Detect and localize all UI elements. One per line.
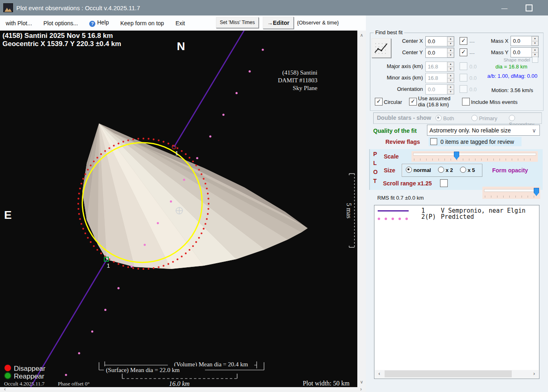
size-radio-group: normal x 2 x 5	[402, 164, 482, 177]
list-scroll-left-icon[interactable]: ‹	[376, 370, 383, 377]
review-flags-checkbox[interactable]	[430, 138, 437, 145]
svg-text:(Surface) Mean dia = 22.0 km: (Surface) Mean dia = 22.0 km	[106, 367, 180, 374]
list-scroll-thumb[interactable]	[385, 370, 512, 377]
menu-help[interactable]: ?Help	[89, 19, 109, 27]
object-name: (4158) Santini	[282, 69, 317, 76]
chevron-down-icon: ∨	[532, 127, 536, 134]
plot-horizontal-scrollbar[interactable]: ‹ ›	[0, 387, 366, 392]
reappear-label: Reappear	[14, 372, 44, 380]
find-best-fit-button[interactable]	[372, 38, 391, 58]
scroll-left-icon[interactable]: ‹	[1, 387, 9, 392]
mass-x-label: Mass X	[484, 38, 508, 44]
double-stars-group: Double stars - show Both Primary Seconda…	[373, 112, 542, 124]
plot-canvas: 1 1 (4158) Santini 2025 Nov 5 16.8 km Ge…	[0, 31, 357, 387]
center-y-field[interactable]: 0.0▲▼	[425, 48, 454, 58]
orientation-aux: 0.0	[469, 86, 477, 92]
plot-title-line2: Geocentric X 1539.7 Y 220.3 ±0.4 km	[2, 40, 121, 48]
mass-x-field[interactable]: 0.0▲▼	[511, 36, 539, 46]
title-bar: Plot event observations : Occult v.4.202…	[0, 0, 548, 15]
object-damit: DAMIT #11803	[278, 77, 317, 84]
mas-scale-label: 5 mas	[346, 203, 352, 218]
review-flags-text: 0 items are tagged for review	[440, 139, 514, 145]
center-x-spinner[interactable]: ▲▼	[447, 37, 454, 46]
km-scale-bar	[122, 374, 237, 379]
center-y-label: Center Y	[397, 49, 423, 55]
disappear-legend-icon	[4, 365, 11, 371]
plot-width-label: Plot width: 50 km	[303, 380, 350, 387]
asteroid-shape-model	[82, 123, 308, 269]
minimize-icon[interactable]: —	[496, 0, 513, 15]
review-flags-strip: 0 items are tagged for review	[429, 137, 522, 146]
include-miss-checkbox[interactable]	[462, 98, 470, 106]
minor-axis-field[interactable]: 16.8▲▼	[425, 73, 454, 83]
use-assumed-label1: Use assumed	[418, 95, 450, 101]
set-miss-times-button[interactable]: Set 'Miss' Times	[216, 17, 259, 28]
minor-axis-spinner[interactable]: ▲▼	[447, 73, 454, 83]
disappear-label: Disappear	[14, 365, 46, 372]
maximize-icon[interactable]	[521, 0, 537, 15]
menu-exit[interactable]: Exit	[176, 20, 185, 26]
predicted-dots-swatch	[378, 217, 410, 221]
circular-checkbox[interactable]: ✓	[375, 98, 383, 106]
center-y-checkbox[interactable]: ✓	[460, 48, 467, 56]
orientation-field[interactable]: 0.0▲▼	[425, 84, 454, 95]
scroll-range-checkbox[interactable]	[440, 179, 448, 187]
chord-legend-list[interactable]: 1 V Sempronio, near Elgin 2(P) Predicted…	[374, 205, 539, 379]
editor-button[interactable]: →Editor	[263, 17, 294, 29]
occult-window: Plot event observations : Occult v.4.202…	[0, 0, 548, 392]
shape-model-checkbox[interactable]	[532, 57, 538, 63]
double-stars-both-radio[interactable]: Both	[436, 115, 454, 121]
window-title: Plot event observations : Occult v.4.202…	[16, 4, 140, 11]
menu-plot-options[interactable]: Plot options...	[44, 20, 78, 26]
scroll-up-icon[interactable]: ∧	[357, 31, 366, 40]
dia-value: dia = 16.8 km	[495, 64, 527, 70]
form-opacity-slider[interactable]	[482, 187, 540, 199]
menu-with-plot[interactable]: with Plot...	[6, 20, 32, 26]
version-label: Occult 4.2025.11.7	[4, 381, 45, 387]
orientation-spinner[interactable]: ▲▼	[447, 85, 454, 94]
minor-axis-checkbox[interactable]	[460, 74, 467, 81]
chord-1-line-swatch	[378, 210, 409, 211]
list-horizontal-scrollbar[interactable]: ‹ ›	[375, 370, 539, 378]
center-x-checkbox[interactable]: ✓	[460, 37, 467, 45]
north-label: N	[177, 40, 185, 53]
size-normal-radio[interactable]: normal	[406, 167, 431, 173]
double-stars-primary-radio[interactable]: Primary	[471, 115, 497, 121]
plot-letter-o: O	[373, 169, 378, 175]
major-axis-checkbox[interactable]	[460, 62, 467, 70]
scale-slider[interactable]	[412, 151, 538, 162]
form-opacity-label: Form opacity	[492, 167, 528, 174]
scroll-right-icon[interactable]: ›	[357, 387, 365, 392]
minor-axis-aux: 0.0	[469, 75, 477, 81]
find-best-fit-label: Find best fit	[374, 29, 404, 35]
use-assumed-checkbox[interactable]: ✓	[409, 98, 417, 106]
shape-model-label: Shape model	[504, 57, 530, 62]
plot-vertical-scrollbar[interactable]: ∧ ∨	[357, 31, 366, 387]
use-assumed-label2: dia (16.8 km)	[418, 101, 449, 108]
size-x2-radio[interactable]: x 2	[438, 167, 453, 173]
major-axis-label: Major axis (km)	[381, 63, 423, 69]
major-axis-field[interactable]: 16.8▲▼	[425, 62, 454, 72]
mass-y-spinner[interactable]: ▲▼	[531, 48, 538, 57]
list-scroll-right-icon[interactable]: ›	[530, 370, 538, 377]
include-miss-label: Include Miss events	[471, 99, 517, 105]
plot-letter-p: P	[373, 151, 377, 157]
quality-label: Quality of the fit	[373, 128, 417, 134]
sky-plane-plot[interactable]: 1 1 (4158) Santini 2025 Nov 5 16.8 km Ge…	[0, 31, 357, 387]
circular-label: Circular	[384, 99, 402, 105]
center-x-field[interactable]: 0.0▲▼	[425, 36, 454, 46]
list-row-2-name: Predicted	[441, 213, 474, 220]
quality-dropdown[interactable]: Astrometry only. No reliable size ∨	[427, 125, 540, 136]
scroll-down-icon[interactable]: ∨	[357, 378, 366, 386]
major-axis-spinner[interactable]: ▲▼	[447, 62, 454, 71]
form-opacity-slider-thumb[interactable]	[534, 188, 539, 196]
mass-y-field[interactable]: 0.0▲▼	[511, 47, 539, 57]
center-y-spinner[interactable]: ▲▼	[447, 48, 454, 57]
reappear-legend-icon	[4, 372, 11, 379]
menu-keep-on-top[interactable]: Keep form on top	[120, 20, 164, 26]
orientation-checkbox[interactable]	[460, 85, 467, 93]
size-x5-radio[interactable]: x 5	[460, 167, 475, 173]
review-flags-label: Review flags	[385, 139, 420, 145]
mass-x-spinner[interactable]: ▲▼	[531, 36, 538, 46]
center-y-dash: ---	[469, 50, 475, 56]
